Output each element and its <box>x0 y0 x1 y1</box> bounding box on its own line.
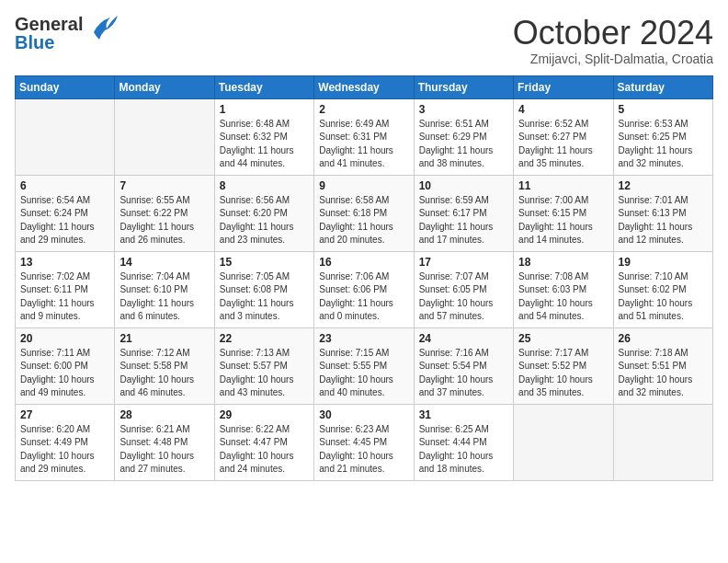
calendar-cell: 18Sunrise: 7:08 AM Sunset: 6:03 PM Dayli… <box>514 251 613 327</box>
day-number: 14 <box>119 256 209 269</box>
day-number: 4 <box>518 103 608 116</box>
day-number: 3 <box>419 103 508 116</box>
day-info: Sunrise: 7:17 AM Sunset: 5:52 PM Dayligh… <box>518 347 608 400</box>
calendar-cell: 26Sunrise: 7:18 AM Sunset: 5:51 PM Dayli… <box>613 327 712 404</box>
col-header-saturday: Saturday <box>613 75 712 98</box>
day-info: Sunrise: 7:16 AM Sunset: 5:54 PM Dayligh… <box>419 347 508 400</box>
day-number: 9 <box>319 179 408 192</box>
day-info: Sunrise: 7:12 AM Sunset: 5:58 PM Dayligh… <box>119 347 209 400</box>
day-number: 30 <box>319 408 408 421</box>
day-info: Sunrise: 6:49 AM Sunset: 6:31 PM Dayligh… <box>319 118 408 171</box>
day-number: 26 <box>619 332 708 345</box>
logo-bird-icon <box>86 14 119 45</box>
day-info: Sunrise: 6:53 AM Sunset: 6:25 PM Dayligh… <box>619 118 708 171</box>
day-info: Sunrise: 6:59 AM Sunset: 6:17 PM Dayligh… <box>419 194 508 247</box>
col-header-friday: Friday <box>514 75 613 98</box>
day-info: Sunrise: 6:56 AM Sunset: 6:20 PM Dayligh… <box>220 194 309 247</box>
calendar-cell: 30Sunrise: 6:23 AM Sunset: 4:45 PM Dayli… <box>314 404 414 480</box>
calendar-cell: 22Sunrise: 7:13 AM Sunset: 5:57 PM Dayli… <box>214 327 313 404</box>
day-number: 27 <box>20 408 109 421</box>
day-number: 8 <box>220 179 309 192</box>
day-number: 6 <box>20 179 109 192</box>
calendar-cell: 10Sunrise: 6:59 AM Sunset: 6:17 PM Dayli… <box>414 175 513 251</box>
calendar-cell: 31Sunrise: 6:25 AM Sunset: 4:44 PM Dayli… <box>414 404 513 480</box>
calendar-header-row: SundayMondayTuesdayWednesdayThursdayFrid… <box>16 75 713 98</box>
calendar-cell: 14Sunrise: 7:04 AM Sunset: 6:10 PM Dayli… <box>115 251 214 327</box>
month-title: October 2024 <box>513 15 713 52</box>
day-info: Sunrise: 6:55 AM Sunset: 6:22 PM Dayligh… <box>119 194 209 247</box>
calendar-cell: 17Sunrise: 7:07 AM Sunset: 6:05 PM Dayli… <box>414 251 513 327</box>
logo-blue: Blue <box>15 33 83 52</box>
week-row-5: 27Sunrise: 6:20 AM Sunset: 4:49 PM Dayli… <box>16 404 713 480</box>
col-header-wednesday: Wednesday <box>314 75 414 98</box>
day-number: 5 <box>619 103 708 116</box>
day-info: Sunrise: 6:22 AM Sunset: 4:47 PM Dayligh… <box>220 423 309 477</box>
day-number: 23 <box>319 332 408 345</box>
calendar-cell: 21Sunrise: 7:12 AM Sunset: 5:58 PM Dayli… <box>115 327 214 404</box>
day-info: Sunrise: 7:05 AM Sunset: 6:08 PM Dayligh… <box>220 270 309 324</box>
calendar-cell: 8Sunrise: 6:56 AM Sunset: 6:20 PM Daylig… <box>214 175 313 251</box>
calendar-cell: 24Sunrise: 7:16 AM Sunset: 5:54 PM Dayli… <box>414 327 513 404</box>
day-number: 22 <box>220 332 309 345</box>
calendar-cell <box>613 404 712 480</box>
day-info: Sunrise: 7:11 AM Sunset: 6:00 PM Dayligh… <box>20 347 109 400</box>
day-info: Sunrise: 6:52 AM Sunset: 6:27 PM Dayligh… <box>518 118 608 171</box>
day-number: 19 <box>619 256 708 269</box>
location-subtitle: Zmijavci, Split-Dalmatia, Croatia <box>513 52 713 66</box>
calendar-cell: 23Sunrise: 7:15 AM Sunset: 5:55 PM Dayli… <box>314 327 414 404</box>
calendar-cell: 20Sunrise: 7:11 AM Sunset: 6:00 PM Dayli… <box>16 327 115 404</box>
day-number: 21 <box>119 332 209 345</box>
day-number: 16 <box>319 256 408 269</box>
calendar-cell: 11Sunrise: 7:00 AM Sunset: 6:15 PM Dayli… <box>514 175 613 251</box>
day-info: Sunrise: 6:25 AM Sunset: 4:44 PM Dayligh… <box>419 423 508 477</box>
day-number: 18 <box>518 256 608 269</box>
day-info: Sunrise: 7:15 AM Sunset: 5:55 PM Dayligh… <box>319 347 408 400</box>
calendar-cell <box>514 404 613 480</box>
day-number: 15 <box>220 256 309 269</box>
calendar-cell: 4Sunrise: 6:52 AM Sunset: 6:27 PM Daylig… <box>514 98 613 175</box>
logo-text: General Blue <box>15 15 83 52</box>
week-row-3: 13Sunrise: 7:02 AM Sunset: 6:11 PM Dayli… <box>16 251 713 327</box>
calendar-cell: 5Sunrise: 6:53 AM Sunset: 6:25 PM Daylig… <box>613 98 712 175</box>
day-info: Sunrise: 7:08 AM Sunset: 6:03 PM Dayligh… <box>518 270 608 324</box>
day-info: Sunrise: 7:01 AM Sunset: 6:13 PM Dayligh… <box>619 194 708 247</box>
day-info: Sunrise: 6:54 AM Sunset: 6:24 PM Dayligh… <box>20 194 109 247</box>
day-number: 31 <box>419 408 508 421</box>
calendar-cell: 6Sunrise: 6:54 AM Sunset: 6:24 PM Daylig… <box>16 175 115 251</box>
week-row-4: 20Sunrise: 7:11 AM Sunset: 6:00 PM Dayli… <box>16 327 713 404</box>
calendar-cell <box>16 98 115 175</box>
day-info: Sunrise: 7:06 AM Sunset: 6:06 PM Dayligh… <box>319 270 408 324</box>
calendar-cell: 27Sunrise: 6:20 AM Sunset: 4:49 PM Dayli… <box>16 404 115 480</box>
day-info: Sunrise: 7:00 AM Sunset: 6:15 PM Dayligh… <box>518 194 608 247</box>
logo-general: General <box>15 15 83 33</box>
day-number: 10 <box>419 179 508 192</box>
calendar-cell <box>115 98 214 175</box>
day-info: Sunrise: 6:58 AM Sunset: 6:18 PM Dayligh… <box>319 194 408 247</box>
week-row-1: 1Sunrise: 6:48 AM Sunset: 6:32 PM Daylig… <box>16 98 713 175</box>
day-number: 20 <box>20 332 109 345</box>
day-info: Sunrise: 7:10 AM Sunset: 6:02 PM Dayligh… <box>619 270 708 324</box>
day-number: 1 <box>220 103 309 116</box>
day-info: Sunrise: 7:04 AM Sunset: 6:10 PM Dayligh… <box>119 270 209 324</box>
calendar-cell: 25Sunrise: 7:17 AM Sunset: 5:52 PM Dayli… <box>514 327 613 404</box>
day-info: Sunrise: 6:23 AM Sunset: 4:45 PM Dayligh… <box>319 423 408 477</box>
day-number: 13 <box>20 256 109 269</box>
day-number: 24 <box>419 332 508 345</box>
day-number: 11 <box>518 179 608 192</box>
day-info: Sunrise: 7:07 AM Sunset: 6:05 PM Dayligh… <box>419 270 508 324</box>
day-number: 25 <box>518 332 608 345</box>
day-number: 17 <box>419 256 508 269</box>
calendar-cell: 16Sunrise: 7:06 AM Sunset: 6:06 PM Dayli… <box>314 251 414 327</box>
day-number: 7 <box>119 179 209 192</box>
day-number: 2 <box>319 103 408 116</box>
day-info: Sunrise: 7:02 AM Sunset: 6:11 PM Dayligh… <box>20 270 109 324</box>
calendar-cell: 9Sunrise: 6:58 AM Sunset: 6:18 PM Daylig… <box>314 175 414 251</box>
week-row-2: 6Sunrise: 6:54 AM Sunset: 6:24 PM Daylig… <box>16 175 713 251</box>
col-header-monday: Monday <box>115 75 214 98</box>
day-number: 29 <box>220 408 309 421</box>
calendar-cell: 15Sunrise: 7:05 AM Sunset: 6:08 PM Dayli… <box>214 251 313 327</box>
day-info: Sunrise: 6:20 AM Sunset: 4:49 PM Dayligh… <box>20 423 109 477</box>
day-number: 12 <box>619 179 708 192</box>
day-info: Sunrise: 6:51 AM Sunset: 6:29 PM Dayligh… <box>419 118 508 171</box>
day-info: Sunrise: 7:18 AM Sunset: 5:51 PM Dayligh… <box>619 347 708 400</box>
